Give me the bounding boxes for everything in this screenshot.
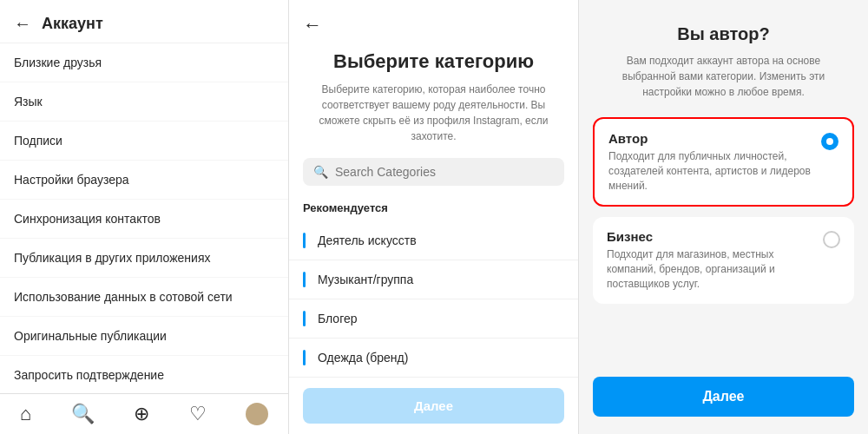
category-label: Деятель искусств: [318, 233, 417, 247]
right-next-button-area: Далее: [579, 366, 868, 434]
category-item-clothing[interactable]: Одежда (бренд): [289, 339, 578, 377]
category-item-musician[interactable]: Музыкант/группа: [289, 260, 578, 299]
middle-title: Выберите категорию: [289, 36, 578, 82]
right-description: Вам подходит аккаунт автора на основе вы…: [579, 53, 868, 117]
option-business-description: Подходит для магазинов, местных компаний…: [607, 247, 812, 291]
category-label: Блогер: [318, 312, 358, 326]
menu-item-cross-posting[interactable]: Публикация в других приложениях: [0, 239, 288, 278]
accent-bar: [303, 272, 306, 287]
radio-business[interactable]: [823, 231, 840, 248]
menu-item-cellular-data[interactable]: Использование данных в сотовой сети: [0, 278, 288, 317]
category-item-blogger[interactable]: Блогер: [289, 299, 578, 339]
middle-bottom-button-area: Далее: [289, 377, 578, 434]
middle-back-icon[interactable]: ←: [289, 0, 578, 36]
menu-item-captions[interactable]: Подписи: [0, 122, 288, 161]
option-author-description: Подходит для публичных личностей, создат…: [608, 149, 811, 193]
accent-bar: [303, 350, 306, 365]
category-item-arts[interactable]: Деятель искусств: [289, 221, 578, 260]
option-business-name: Бизнес: [607, 229, 812, 244]
option-card-business[interactable]: Бизнес Подходит для магазинов, местных к…: [593, 217, 854, 303]
right-panel: Вы автор? Вам подходит аккаунт автора на…: [579, 0, 868, 434]
category-label: Одежда (бренд): [318, 351, 408, 365]
section-label-recommended: Рекомендуется: [289, 196, 578, 221]
accent-bar: [303, 233, 306, 248]
search-input[interactable]: [335, 165, 554, 179]
middle-description: Выберите категорию, которая наиболее точ…: [289, 82, 578, 158]
heart-icon[interactable]: ♡: [189, 403, 207, 425]
left-header: ← Аккаунт: [0, 0, 288, 43]
back-icon[interactable]: ←: [14, 14, 31, 34]
spacer: [579, 314, 868, 366]
middle-next-button[interactable]: Далее: [303, 388, 564, 424]
radio-author[interactable]: [821, 133, 838, 150]
menu-item-language[interactable]: Язык: [0, 82, 288, 122]
menu-list: Близкие друзья Язык Подписи Настройки бр…: [0, 43, 288, 393]
right-title: Вы автор?: [579, 0, 868, 53]
menu-item-sync-contacts[interactable]: Синхронизация контактов: [0, 200, 288, 239]
search-nav-icon[interactable]: 🔍: [71, 403, 95, 425]
accent-bar: [303, 311, 306, 326]
search-bar[interactable]: 🔍: [303, 158, 564, 186]
middle-panel: ← Выберите категорию Выберите категорию,…: [289, 0, 579, 434]
bottom-navigation: ⌂ 🔍 ⊕ ♡: [0, 393, 288, 434]
search-icon: 🔍: [313, 165, 328, 179]
page-title: Аккаунт: [42, 15, 103, 33]
right-next-button[interactable]: Далее: [593, 377, 854, 417]
menu-item-browser-settings[interactable]: Настройки браузера: [0, 161, 288, 200]
option-card-author[interactable]: Автор Подходит для публичных личностей, …: [593, 117, 854, 207]
menu-item-close-friends[interactable]: Близкие друзья: [0, 43, 288, 82]
option-author-content: Автор Подходит для публичных личностей, …: [608, 131, 811, 193]
menu-item-original-posts[interactable]: Оригинальные публикации: [0, 317, 288, 356]
option-author-name: Автор: [608, 131, 811, 146]
menu-item-request-verification[interactable]: Запросить подтверждение: [0, 356, 288, 393]
add-icon[interactable]: ⊕: [134, 403, 149, 425]
category-label: Музыкант/группа: [318, 273, 413, 286]
category-list: Деятель искусств Музыкант/группа Блогер …: [289, 221, 578, 377]
option-business-content: Бизнес Подходит для магазинов, местных к…: [607, 229, 812, 291]
home-icon[interactable]: ⌂: [20, 403, 31, 425]
profile-avatar[interactable]: [246, 403, 268, 425]
left-panel: ← Аккаунт Близкие друзья Язык Подписи На…: [0, 0, 289, 434]
